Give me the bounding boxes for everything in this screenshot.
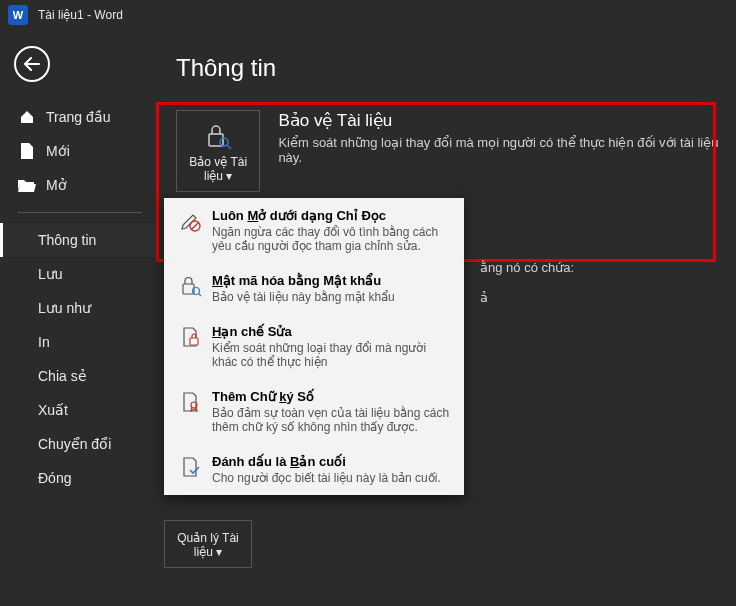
menu-item-read-only[interactable]: Luôn Mở dưới dạng Chỉ Đọc Ngăn ngừa các … xyxy=(164,198,464,263)
back-button[interactable] xyxy=(14,46,50,82)
sidebar-item-info[interactable]: Thông tin xyxy=(0,223,160,257)
svg-line-7 xyxy=(199,294,202,297)
lock-key-icon xyxy=(178,273,204,297)
menu-item-title: Mật mã hóa bằng Mật khẩu xyxy=(212,273,395,288)
protect-button-label: Bảo vệ Tài liệu xyxy=(189,155,247,183)
sidebar-item-print[interactable]: In xyxy=(0,325,160,359)
pencil-forbidden-icon xyxy=(178,208,204,232)
menu-item-desc: Kiểm soát những loại thay đổi mà người k… xyxy=(212,341,450,369)
menu-item-desc: Bảo đảm sự toàn vẹn của tài liệu bằng cá… xyxy=(212,406,450,434)
menu-item-mark-final[interactable]: Đánh dấu là Bản cuối Cho người đọc biết … xyxy=(164,444,464,495)
sidebar-label: Mới xyxy=(46,143,70,159)
sidebar-item-save[interactable]: Lưu xyxy=(0,257,160,291)
protect-title: Bảo vệ Tài liệu xyxy=(278,110,724,131)
svg-point-1 xyxy=(220,138,228,146)
menu-item-desc: Bảo vệ tài liệu này bằng mật khẩu xyxy=(212,290,395,304)
svg-rect-8 xyxy=(190,338,198,345)
backstage-sidebar: Trang đầu Mới Mở Thông tin Lưu Lưu như I… xyxy=(0,30,160,606)
protect-document-button[interactable]: Bảo vệ Tài liệu ▾ xyxy=(176,110,260,192)
home-icon xyxy=(18,109,36,125)
backstage-main: Thông tin Bảo vệ Tài liệu ▾ Bảo vệ Tài l… xyxy=(160,30,736,606)
sidebar-item-home[interactable]: Trang đầu xyxy=(0,100,160,134)
arrow-left-icon xyxy=(24,57,40,71)
chevron-down-icon: ▾ xyxy=(226,169,232,183)
manage-button-label: Quản lý Tài liệu xyxy=(177,531,238,559)
manage-document-button[interactable]: Quản lý Tài liệu ▾ xyxy=(164,520,252,568)
sidebar-item-save-as[interactable]: Lưu như xyxy=(0,291,160,325)
sidebar-item-open[interactable]: Mở xyxy=(0,168,160,202)
word-app-icon: W xyxy=(8,5,28,25)
menu-item-title: Hạn chế Sửa xyxy=(212,324,450,339)
sidebar-label: Trang đầu xyxy=(46,109,111,125)
inspect-fragment: ằng nó có chứa: ả xyxy=(480,260,574,305)
document-title: Tài liệu1 - Word xyxy=(38,8,123,22)
page-heading: Thông tin xyxy=(176,54,724,82)
doc-ribbon-icon xyxy=(178,389,204,413)
sidebar-label: Mở xyxy=(46,177,67,193)
sidebar-separator xyxy=(18,212,142,213)
protect-document-section: Bảo vệ Tài liệu ▾ Bảo vệ Tài liệu Kiểm s… xyxy=(176,110,724,192)
menu-item-digital-signature[interactable]: Thêm Chữ ký Số Bảo đảm sự toàn vẹn của t… xyxy=(164,379,464,444)
menu-item-desc: Ngăn ngừa các thay đổi vô tình bằng cách… xyxy=(212,225,450,253)
svg-line-2 xyxy=(227,145,231,149)
titlebar: W Tài liệu1 - Word xyxy=(0,0,736,30)
menu-item-title: Luôn Mở dưới dạng Chỉ Đọc xyxy=(212,208,450,223)
sidebar-item-transform[interactable]: Chuyển đổi xyxy=(0,427,160,461)
sidebar-item-close[interactable]: Đóng xyxy=(0,461,160,495)
doc-lock-icon xyxy=(178,324,204,348)
menu-item-encrypt-password[interactable]: Mật mã hóa bằng Mật khẩu Bảo vệ tài liệu… xyxy=(164,263,464,314)
doc-check-icon xyxy=(178,454,204,478)
sidebar-item-new[interactable]: Mới xyxy=(0,134,160,168)
sidebar-item-share[interactable]: Chia sẻ xyxy=(0,359,160,393)
sidebar-item-export[interactable]: Xuất xyxy=(0,393,160,427)
menu-item-title: Thêm Chữ ký Số xyxy=(212,389,450,404)
chevron-down-icon: ▾ xyxy=(216,545,222,559)
menu-item-desc: Cho người đọc biết tài liệu này là bản c… xyxy=(212,471,441,485)
menu-item-title: Đánh dấu là Bản cuối xyxy=(212,454,441,469)
lock-search-icon xyxy=(181,121,255,151)
svg-line-4 xyxy=(192,223,199,230)
folder-open-icon xyxy=(18,178,36,192)
menu-item-restrict-editing[interactable]: Hạn chế Sửa Kiểm soát những loại thay đổ… xyxy=(164,314,464,379)
protect-document-menu: Luôn Mở dưới dạng Chỉ Đọc Ngăn ngừa các … xyxy=(164,198,464,495)
new-doc-icon xyxy=(18,143,36,159)
protect-description: Kiểm soát những loại thay đổi mà mọi ngư… xyxy=(278,135,724,165)
